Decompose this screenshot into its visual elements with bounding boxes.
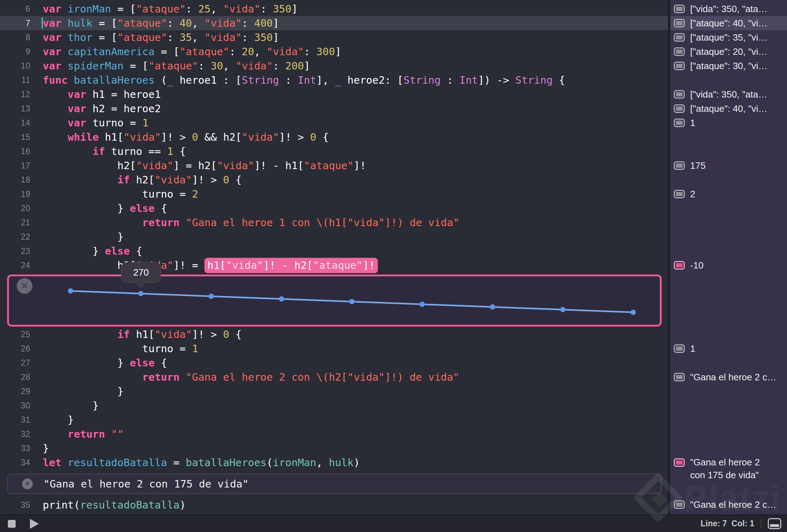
code-line-30[interactable]: 30 } bbox=[0, 398, 668, 413]
code-line-31[interactable]: 31 } bbox=[0, 413, 668, 427]
result-row: ["ataque": 40, "vi… bbox=[670, 16, 787, 30]
code-line-7[interactable]: 7var hulk = ["ataque": 40, "vida": 400] bbox=[0, 16, 668, 30]
code-line-11[interactable]: 11func batallaHeroes (_ heroe1 : [String… bbox=[0, 73, 668, 87]
result-row: ["ataque": 20, "vi… bbox=[670, 45, 787, 59]
result-value: ["ataque": 40, "vi… bbox=[690, 17, 767, 30]
code-line-15[interactable]: 15 while h1["vida"]! > 0 && h2["vida"]! … bbox=[0, 130, 668, 144]
line-number: 20 bbox=[0, 204, 30, 213]
inline-display-toggle-icon[interactable] bbox=[674, 119, 685, 127]
data-point[interactable] bbox=[490, 304, 495, 310]
line-number: 11 bbox=[0, 75, 30, 85]
code-line-6[interactable]: 6var ironMan = ["ataque": 25, "vida": 35… bbox=[0, 2, 668, 16]
code-editor[interactable]: 6var ironMan = ["ataque": 25, "vida": 35… bbox=[0, 0, 668, 515]
line-number: 33 bbox=[0, 444, 30, 453]
data-point[interactable] bbox=[209, 294, 214, 299]
code-line-9[interactable]: 9var capitanAmerica = ["ataque": 20, "vi… bbox=[0, 45, 668, 59]
code-text: var h1 = heroe1 bbox=[30, 88, 161, 100]
inline-display-toggle-icon[interactable] bbox=[674, 500, 685, 509]
close-result-icon[interactable]: ✕ bbox=[22, 479, 33, 489]
code-line-34[interactable]: 34let resultadoBatalla = batallaHeroes(i… bbox=[0, 455, 668, 470]
inline-display-toggle-icon[interactable] bbox=[674, 62, 685, 70]
data-point[interactable] bbox=[68, 288, 73, 294]
value-tooltip-label: 270 bbox=[133, 267, 148, 278]
code-line-8[interactable]: 8var thor = ["ataque": 35, "vida": 350] bbox=[0, 30, 668, 45]
data-point[interactable] bbox=[349, 299, 355, 304]
code-line-14[interactable]: 14 var turno = 1 bbox=[0, 116, 668, 130]
value-history-chart[interactable] bbox=[9, 276, 660, 325]
inline-display-toggle-icon[interactable] bbox=[674, 90, 685, 99]
code-line-24[interactable]: 24 h1["vida"]! = h1["vida"]! - h2["ataqu… bbox=[0, 258, 668, 272]
code-text: if h1["vida"]! > 0 { bbox=[30, 328, 242, 340]
result-value: ["ataque": 40, "vi… bbox=[690, 102, 767, 115]
line-number: 31 bbox=[0, 415, 30, 425]
inline-display-toggle-icon[interactable] bbox=[674, 5, 685, 13]
data-point[interactable] bbox=[631, 310, 636, 315]
inline-display-toggle-icon[interactable] bbox=[674, 19, 685, 27]
cursor-position: Line: 7 Col: 1 bbox=[700, 519, 754, 528]
highlighted-expression: h1["vida"]! - h2["ataque"]! bbox=[204, 258, 378, 273]
value-history-graph: ✕ bbox=[7, 275, 662, 327]
code-line-10[interactable]: 10var spiderMan = ["ataque": 30, "vida":… bbox=[0, 59, 668, 73]
result-value: 2 bbox=[690, 188, 695, 200]
data-point[interactable] bbox=[419, 302, 425, 307]
result-value: "Gana el heroe 2 c… bbox=[690, 498, 776, 511]
code-line-27[interactable]: 27 } else { bbox=[0, 356, 668, 370]
inline-display-toggle-icon[interactable] bbox=[674, 373, 685, 381]
code-lines-6-24: 6var ironMan = ["ataque": 25, "vida": 35… bbox=[0, 2, 668, 272]
code-line-12[interactable]: 12 var h1 = heroe1 bbox=[0, 87, 668, 101]
stop-button[interactable] bbox=[8, 520, 16, 528]
code-text: var spiderMan = ["ataque": 30, "vida": 2… bbox=[30, 60, 310, 72]
result-value: 1 bbox=[690, 342, 695, 355]
data-point[interactable] bbox=[279, 296, 284, 302]
data-point[interactable] bbox=[560, 307, 566, 312]
line-number: 8 bbox=[0, 33, 30, 42]
code-line-35[interactable]: 35print(resultadoBatalla) bbox=[0, 498, 668, 512]
code-line-20[interactable]: 20 } else { bbox=[0, 201, 668, 215]
data-point[interactable] bbox=[138, 291, 144, 296]
inline-display-toggle-icon[interactable] bbox=[674, 104, 685, 113]
inline-display-toggle-icon[interactable] bbox=[674, 458, 685, 467]
code-line-33[interactable]: 33} bbox=[0, 441, 668, 455]
result-value: "Gana el heroe 2con 175 de vida" bbox=[690, 456, 760, 481]
code-line-29[interactable]: 29 } bbox=[0, 384, 668, 398]
text-cursor bbox=[42, 18, 43, 28]
code-text: return "Gana el heroe 1 con \(h1["vida"]… bbox=[30, 217, 459, 229]
result-row: "Gana el heroe 2 c… bbox=[670, 497, 787, 512]
close-graph-button[interactable]: ✕ bbox=[17, 278, 32, 294]
code-line-18[interactable]: 18 if h2["vida"]! > 0 { bbox=[0, 173, 668, 187]
code-text: func batallaHeroes (_ heroe1 : [String :… bbox=[30, 74, 565, 86]
code-line-28[interactable]: 28 return "Gana el heroe 2 con \(h2["vid… bbox=[0, 370, 668, 384]
code-line-19[interactable]: 19 turno = 2 bbox=[0, 187, 668, 201]
code-line-22[interactable]: 22 } bbox=[0, 230, 668, 244]
code-line-23[interactable]: 23 } else { bbox=[0, 244, 668, 258]
result-row: "Gana el heroe 2con 175 de vida" bbox=[670, 456, 787, 481]
code-line-35: 35print(resultadoBatalla) bbox=[0, 498, 668, 512]
code-line-25[interactable]: 25 if h1["vida"]! > 0 { bbox=[0, 327, 668, 341]
editor-layout-icon[interactable] bbox=[768, 518, 781, 529]
code-text: if turno == 1 { bbox=[30, 145, 186, 157]
inline-display-toggle-icon[interactable] bbox=[674, 344, 685, 353]
code-text: var ironMan = ["ataque": 25, "vida": 350… bbox=[30, 3, 298, 15]
inline-display-toggle-icon[interactable] bbox=[674, 47, 685, 56]
inline-display-toggle-icon[interactable] bbox=[674, 261, 685, 270]
code-line-17[interactable]: 17 h2["vida"] = h2["vida"]! - h1["ataque… bbox=[0, 158, 668, 173]
play-button[interactable] bbox=[30, 519, 39, 529]
inline-result-panel: ✕ "Gana el heroe 2 con 175 de vida" bbox=[7, 474, 662, 494]
code-line-26[interactable]: 26 turno = 1 bbox=[0, 341, 668, 356]
code-line-32[interactable]: 32 return "" bbox=[0, 427, 668, 441]
code-line-13[interactable]: 13 var h2 = heroe2 bbox=[0, 101, 668, 116]
result-value: ["vida": 350, "ata… bbox=[690, 88, 767, 101]
line-number: 28 bbox=[0, 372, 30, 382]
inline-display-toggle-icon[interactable] bbox=[674, 33, 685, 42]
status-bar: Line: 7 Col: 1 bbox=[0, 515, 787, 532]
code-line-21[interactable]: 21 return "Gana el heroe 1 con \(h1["vid… bbox=[0, 215, 668, 230]
result-row: ["vida": 350, "ata… bbox=[670, 2, 787, 16]
code-line-16[interactable]: 16 if turno == 1 { bbox=[0, 144, 668, 158]
code-text: var turno = 1 bbox=[30, 117, 148, 129]
result-row: ["ataque": 35, "vi… bbox=[670, 30, 787, 45]
inline-display-toggle-icon[interactable] bbox=[674, 190, 685, 198]
code-lines-25-34: 25 if h1["vida"]! > 0 {26 turno = 127 } … bbox=[0, 327, 668, 470]
inline-display-toggle-icon[interactable] bbox=[674, 161, 685, 170]
code-text: } bbox=[30, 414, 74, 426]
line-number: 29 bbox=[0, 387, 30, 396]
